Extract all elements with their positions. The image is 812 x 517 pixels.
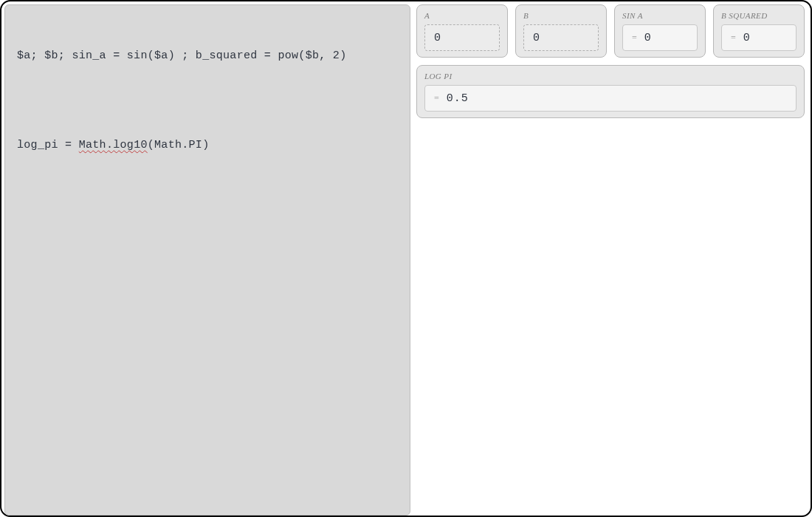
card-log-pi: LOG PI = 0.5	[416, 65, 805, 118]
card-b-squared: B SQUARED = 0	[713, 4, 805, 58]
output-log-pi: = 0.5	[424, 85, 796, 112]
results-row-2: LOG PI = 0.5	[416, 65, 805, 118]
card-label: SIN A	[622, 11, 698, 20]
code-blank-line	[17, 93, 398, 108]
results-panel: A 0 B 0 SIN A = 0 B SQUARED = 0	[413, 1, 811, 516]
value-text: 0	[743, 32, 751, 44]
card-label: A	[424, 11, 500, 20]
output-b-squared: = 0	[721, 24, 796, 51]
results-row-1: A 0 B 0 SIN A = 0 B SQUARED = 0	[416, 4, 805, 58]
value-text: 0	[644, 32, 652, 44]
equals-icon: =	[434, 93, 439, 104]
card-label: LOG PI	[424, 72, 796, 81]
card-label: B SQUARED	[721, 11, 796, 20]
code-line-1: $a; $b; sin_a = sin($a) ; b_squared = po…	[17, 49, 398, 64]
input-a[interactable]: 0	[424, 24, 500, 51]
input-b[interactable]: 0	[523, 24, 599, 51]
card-label: B	[523, 11, 599, 20]
spellcheck-squiggle: Math.log10	[79, 139, 148, 151]
card-sin-a: SIN A = 0	[614, 4, 706, 58]
equals-icon: =	[632, 32, 637, 44]
output-sin-a: = 0	[622, 24, 698, 51]
card-b: B 0	[515, 4, 607, 58]
code-editor[interactable]: $a; $b; sin_a = sin($a) ; b_squared = po…	[4, 4, 410, 516]
code-line-2: log_pi = Math.log10(Math.PI)	[17, 138, 398, 153]
value-text: 0.5	[447, 92, 469, 105]
value-text: 0	[533, 32, 540, 44]
value-text: 0	[434, 32, 441, 44]
card-a: A 0	[416, 4, 508, 58]
equals-icon: =	[731, 32, 736, 44]
code-content[interactable]: $a; $b; sin_a = sin($a) ; b_squared = po…	[17, 18, 398, 183]
